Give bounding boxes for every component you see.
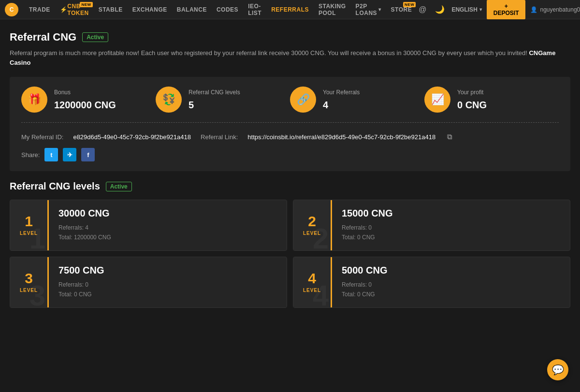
level-4-content: 5000 CNG Referrals: 0 Total: 0 CNG: [332, 257, 570, 307]
level-card-2: 2 LEVEL 2 15000 CNG Referrals: 0 Total: …: [293, 200, 570, 251]
levels-active-badge: Active: [106, 182, 132, 191]
share-telegram-button[interactable]: ✈: [63, 148, 76, 161]
stat-bonus: 🎁 Bonus 1200000 CNG: [21, 87, 156, 113]
bonus-icon: 🎁: [21, 87, 47, 113]
nav-item-referrals[interactable]: REFERRALS: [266, 0, 314, 19]
level-4-cng: 5000 CNG: [342, 265, 560, 276]
moon-icon-button[interactable]: 🌙: [433, 3, 447, 16]
nav-right: @ 🌙 ENGLISH ▾ + DEPOSIT 👤 nguyenbatung01…: [417, 0, 580, 19]
level-2-referrals: Referrals: 0: [342, 223, 560, 232]
referral-id-row: My Referral ID: e829d6d5-49e0-45c7-92cb-…: [21, 132, 559, 141]
navbar: C TRADE ⚡ CNB TOKEN NEW STABLE EXCHANGE …: [0, 0, 580, 19]
stats-card: 🎁 Bonus 1200000 CNG 💱 Referral CNG level…: [10, 77, 570, 171]
bonus-value: 1200000 CNG: [54, 100, 116, 111]
level-card-1: 1 LEVEL 1 30000 CNG Referrals: 4 Total: …: [10, 200, 287, 251]
level-3-referrals: Referrals: 0: [58, 280, 277, 290]
lang-chevron-icon: ▾: [479, 7, 482, 12]
telegram-icon: ✈: [67, 151, 72, 159]
chat-fab-button[interactable]: 💬: [547, 359, 568, 380]
nav-item-store[interactable]: STORE NEW: [386, 0, 417, 19]
language-selector[interactable]: ENGLISH ▾: [451, 6, 481, 13]
user-icon: 👤: [530, 6, 537, 13]
facebook-icon: f: [87, 151, 89, 159]
at-icon-button[interactable]: @: [417, 3, 428, 16]
referral-id-label: My Referral ID:: [21, 133, 63, 141]
level-4-number-col: 4 LEVEL 4: [293, 257, 332, 307]
bonus-label: Bonus: [54, 89, 116, 96]
profit-icon: 📈: [424, 87, 450, 113]
user-menu[interactable]: 👤 nguyenbatung01 ▾: [530, 6, 580, 13]
p2p-chevron-icon: ▾: [378, 7, 381, 12]
level-2-total: Total: 0 CNG: [342, 232, 560, 242]
page-header: Referral CNG Active: [10, 31, 570, 44]
level-2-cng: 15000 CNG: [342, 208, 560, 219]
levels-label: Referral CNG levels: [188, 89, 240, 96]
nav-item-ieo-list[interactable]: IEO-LIST: [243, 0, 266, 19]
store-badge: NEW: [403, 2, 416, 7]
referral-link-value: https://coinsbit.io/referral/e829d6d5-49…: [247, 133, 435, 141]
nav-item-codes[interactable]: CODES: [212, 0, 243, 19]
level-3-cng: 7500 CNG: [58, 265, 277, 276]
levels-title: Referral CNG levels: [10, 181, 100, 192]
stat-profit: 📈 Your profit 0 CNG: [424, 87, 559, 113]
deposit-button[interactable]: + DEPOSIT: [487, 0, 526, 19]
copy-link-button[interactable]: ⧉: [447, 132, 452, 141]
referral-id-value: e829d6d5-49e0-45c7-92cb-9f2be921a418: [73, 133, 191, 141]
nav-item-p2p-loans[interactable]: P2P LOANS ▾: [351, 0, 386, 19]
level-1-cng: 30000 CNG: [58, 208, 277, 219]
levels-value: 5: [188, 100, 240, 111]
level-3-total: Total: 0 CNG: [58, 290, 277, 299]
nav-item-trade[interactable]: TRADE: [24, 0, 55, 19]
logo[interactable]: C: [5, 3, 18, 16]
level-2-content: 15000 CNG Referrals: 0 Total: 0 CNG: [332, 200, 570, 250]
twitter-icon: t: [50, 151, 52, 159]
level-4-total: Total: 0 CNG: [342, 290, 560, 299]
main-content: Referral CNG Active Referral program is …: [0, 19, 580, 319]
referrals-label: Your Referrals: [323, 89, 360, 96]
nav-item-staking-pool[interactable]: STAKING POOL: [314, 0, 351, 19]
level-3-number-col: 3 LEVEL 3: [10, 257, 49, 307]
level-4-referrals: Referrals: 0: [342, 280, 560, 290]
level-1-number-col: 1 LEVEL 1: [10, 200, 49, 250]
level-card-3: 3 LEVEL 3 7500 CNG Referrals: 0 Total: 0…: [10, 257, 287, 308]
level-card-4: 4 LEVEL 4 5000 CNG Referrals: 0 Total: 0…: [293, 257, 570, 308]
share-twitter-button[interactable]: t: [44, 148, 58, 161]
level-1-total: Total: 1200000 CNG: [58, 232, 277, 242]
cnb-badge: NEW: [80, 2, 92, 7]
page-title: Referral CNG: [10, 31, 76, 44]
referral-link-label: Referral Link:: [201, 133, 238, 141]
levels-header: Referral CNG levels Active: [10, 181, 570, 192]
profit-value: 0 CNG: [457, 100, 487, 111]
page-description: Referral program is much more profitable…: [10, 48, 570, 67]
nav-item-cnb-token[interactable]: ⚡ CNB TOKEN NEW: [55, 0, 94, 19]
nav-item-stable[interactable]: STABLE: [94, 0, 128, 19]
share-row: Share: t ✈ f: [21, 148, 559, 161]
levels-icon: 💱: [156, 87, 182, 113]
referrals-value: 4: [323, 100, 360, 111]
profit-label: Your profit: [457, 89, 487, 96]
active-badge: Active: [82, 32, 108, 42]
level-2-number-col: 2 LEVEL 2: [293, 200, 332, 250]
stats-grid: 🎁 Bonus 1200000 CNG 💱 Referral CNG level…: [21, 87, 559, 123]
level-3-content: 7500 CNG Referrals: 0 Total: 0 CNG: [49, 257, 287, 307]
nav-item-balance[interactable]: BALANCE: [172, 0, 212, 19]
nav-items: TRADE ⚡ CNB TOKEN NEW STABLE EXCHANGE BA…: [24, 0, 417, 19]
chat-icon: 💬: [552, 364, 564, 376]
level-1-referrals: Referrals: 4: [58, 223, 277, 232]
levels-grid: 1 LEVEL 1 30000 CNG Referrals: 4 Total: …: [10, 200, 570, 308]
share-facebook-button[interactable]: f: [81, 148, 95, 161]
share-label: Share:: [21, 151, 40, 159]
level-1-content: 30000 CNG Referrals: 4 Total: 1200000 CN…: [49, 200, 287, 250]
stat-levels: 💱 Referral CNG levels 5: [156, 87, 290, 113]
referrals-icon: 🔗: [290, 87, 316, 113]
nav-item-exchange[interactable]: EXCHANGE: [128, 0, 172, 19]
stat-referrals: 🔗 Your Referrals 4: [290, 87, 424, 113]
